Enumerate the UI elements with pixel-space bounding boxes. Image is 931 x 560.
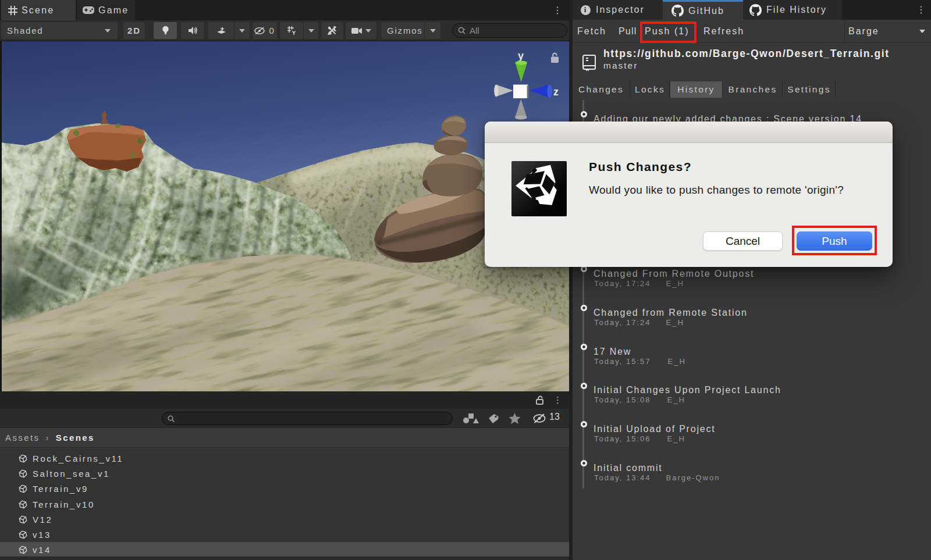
svg-text:z: z: [553, 86, 559, 98]
svg-text:y: y: [518, 50, 524, 62]
